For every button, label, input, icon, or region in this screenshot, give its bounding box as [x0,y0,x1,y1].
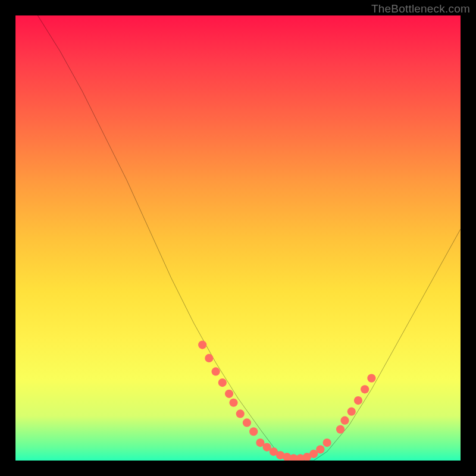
chart-frame: TheBottleneck.com [0,0,476,476]
highlight-dot [218,378,227,387]
highlight-dot [336,425,345,434]
bottleneck-curve-svg [15,15,461,461]
highlight-dot [340,416,349,425]
highlight-dot [367,374,375,383]
highlight-dot [198,340,206,349]
highlight-dot [229,399,237,407]
highlight-dot [354,396,362,405]
highlight-dot [243,418,251,427]
highlight-dot [322,439,331,447]
bottleneck-curve [37,15,461,461]
highlight-dot [316,445,324,453]
watermark-text: TheBottleneck.com [371,2,470,15]
highlight-dot [361,385,369,393]
highlight-dot [211,367,220,375]
highlight-dot [347,408,356,416]
plot-area [15,15,461,461]
highlight-dot [236,409,245,418]
highlight-dot [225,390,233,398]
highlight-dot [249,427,258,436]
highlight-dot [205,354,213,362]
